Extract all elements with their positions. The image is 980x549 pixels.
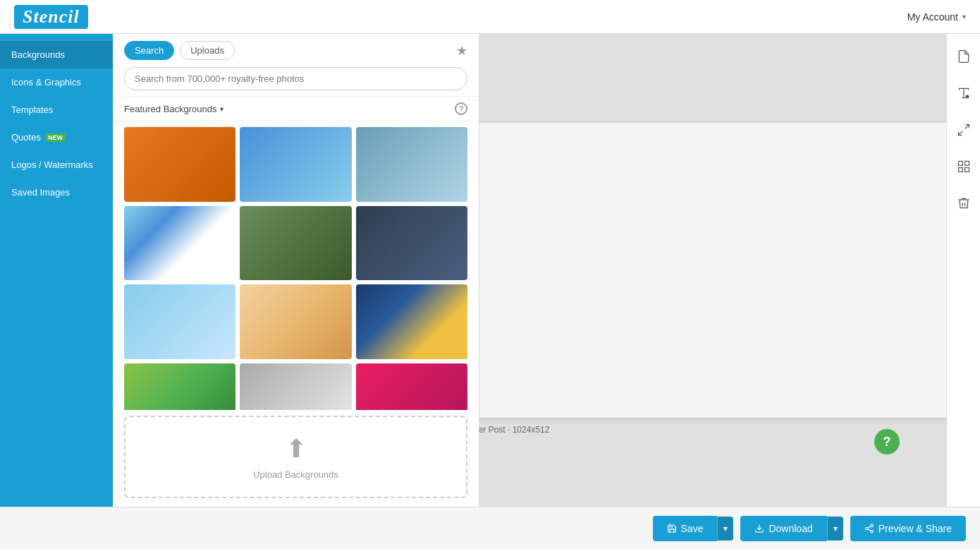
save-label: Save — [681, 523, 704, 534]
sidebar-item-icons-graphics[interactable]: Icons & Graphics — [0, 68, 113, 96]
sidebar-item-label: Quotes — [11, 132, 41, 143]
save-button-group: Save ▾ — [653, 516, 734, 541]
new-badge: NEW — [45, 133, 66, 142]
grid-tool-button[interactable] — [953, 155, 975, 178]
sidebar-item-backgrounds[interactable]: Backgrounds — [0, 41, 113, 68]
my-account-label: My Account — [907, 11, 958, 23]
favorites-star-button[interactable]: ★ — [456, 43, 467, 59]
save-split-button[interactable]: ▾ — [717, 517, 733, 541]
bottom-bar: Save ▾ Download ▾ Preview & Share — [0, 507, 980, 549]
svg-rect-7 — [958, 168, 962, 172]
app-logo: Stencil — [14, 5, 88, 29]
download-button[interactable]: Download — [740, 516, 826, 541]
image-grid-wrapper: ★ — [113, 121, 479, 410]
sidebar: Backgrounds Icons & Graphics Templates Q… — [0, 34, 113, 507]
svg-line-3 — [964, 125, 969, 129]
save-button[interactable]: Save — [653, 516, 718, 541]
upload-cloud-icon: ⬆ — [286, 434, 307, 464]
image-thumbnail[interactable] — [356, 127, 467, 202]
canvas-label: ↗ Twitter Post · 1024x512 — [479, 425, 549, 435]
search-input[interactable] — [124, 67, 467, 90]
delete-tool-button[interactable] — [953, 192, 975, 215]
svg-rect-6 — [964, 162, 969, 166]
filter-row: Featured Backgrounds ▾ ? — [113, 97, 479, 121]
download-split-button[interactable]: ▾ — [827, 517, 843, 541]
sidebar-item-label: Templates — [11, 104, 53, 115]
chevron-down-icon: ▾ — [962, 13, 966, 20]
svg-line-4 — [958, 131, 962, 135]
help-icon[interactable]: ? — [455, 102, 467, 115]
upload-area[interactable]: ⬆ Upload Backgrounds — [124, 416, 467, 498]
tab-row: Search Uploads ★ — [124, 41, 467, 60]
sidebar-item-label: Logos / Watermarks — [11, 159, 93, 170]
sidebar-item-templates[interactable]: Templates — [0, 96, 113, 123]
tab-uploads[interactable]: Uploads — [180, 41, 235, 60]
svg-rect-5 — [958, 162, 962, 166]
image-thumbnail[interactable] — [240, 363, 351, 410]
preview-share-label: Preview & Share — [878, 523, 952, 534]
canvas-frame: ↗ Twitter Post · 1024x512 — [479, 122, 946, 418]
filter-label[interactable]: Featured Backgrounds ▾ — [124, 104, 223, 114]
image-thumbnail[interactable] — [124, 363, 235, 410]
image-thumbnail[interactable] — [124, 206, 235, 281]
image-thumbnail[interactable] — [356, 206, 467, 281]
image-thumbnail[interactable] — [240, 206, 351, 281]
download-button-group: Download ▾ — [740, 516, 843, 541]
svg-point-2 — [965, 95, 969, 99]
sidebar-item-quotes[interactable]: Quotes NEW — [0, 123, 113, 151]
image-thumbnail[interactable] — [124, 127, 235, 202]
image-thumbnail[interactable] — [124, 284, 235, 359]
download-label: Download — [768, 523, 812, 534]
help-circle-button[interactable]: ? — [874, 429, 900, 454]
tab-search[interactable]: Search — [124, 41, 174, 60]
canvas-dimensions: Twitter Post · 1024x512 — [479, 425, 549, 435]
sidebar-item-label: Icons & Graphics — [11, 77, 81, 88]
text-tool-button[interactable] — [953, 82, 975, 104]
right-toolbar — [946, 34, 980, 507]
svg-point-11 — [865, 527, 868, 530]
sidebar-item-label: Backgrounds — [11, 49, 65, 60]
top-bar: Stencil My Account ▾ — [0, 0, 980, 34]
sidebar-item-logos-watermarks[interactable]: Logos / Watermarks — [0, 151, 113, 179]
left-panel: Search Uploads ★ Featured Backgrounds ▾ … — [113, 34, 479, 507]
sidebar-item-label: Saved Images — [11, 187, 70, 198]
main-layout: Backgrounds Icons & Graphics Templates Q… — [0, 34, 980, 507]
document-tool-button[interactable] — [953, 45, 975, 68]
image-thumbnail[interactable] — [240, 127, 351, 202]
caret-down-icon: ▾ — [220, 105, 223, 113]
panel-header: Search Uploads ★ — [113, 34, 479, 97]
expand-tool-button[interactable] — [953, 119, 975, 141]
image-thumbnail[interactable] — [240, 284, 351, 359]
svg-line-14 — [868, 526, 871, 527]
sidebar-item-saved-images[interactable]: Saved Images — [0, 179, 113, 206]
svg-line-13 — [868, 529, 871, 530]
image-grid: ★ — [124, 127, 467, 410]
preview-share-button[interactable]: Preview & Share — [850, 516, 966, 541]
image-thumbnail[interactable] — [356, 284, 467, 359]
image-thumbnail[interactable]: ★ — [356, 363, 467, 410]
svg-point-12 — [870, 530, 873, 533]
canvas-area: ↗ Twitter Post · 1024x512 ? — [479, 34, 946, 507]
upload-label: Upload Backgrounds — [253, 469, 338, 480]
svg-rect-8 — [964, 168, 969, 172]
filter-label-text: Featured Backgrounds — [124, 104, 217, 114]
my-account-menu[interactable]: My Account ▾ — [907, 11, 966, 23]
svg-point-10 — [870, 524, 873, 527]
